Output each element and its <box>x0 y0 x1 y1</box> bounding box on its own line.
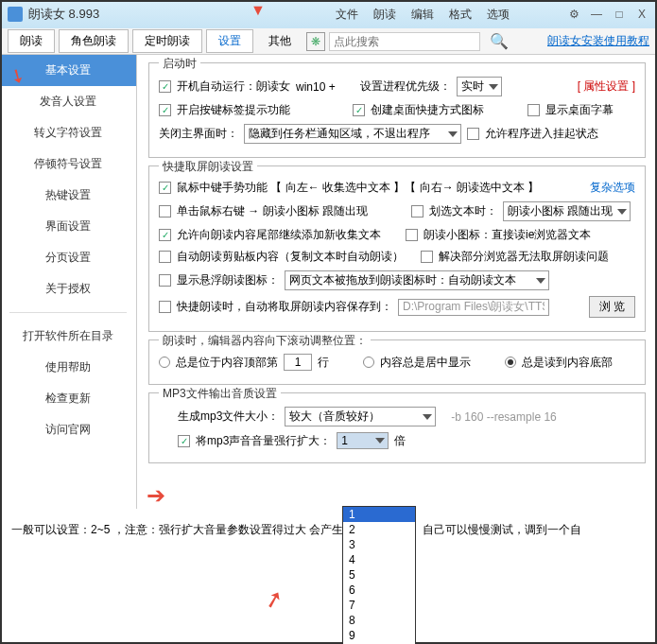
amplify-select[interactable]: 1 <box>337 432 389 449</box>
menu-edit[interactable]: 编辑 <box>406 5 440 25</box>
tab-read[interactable]: 朗读 <box>8 29 55 53</box>
label: 内容总是居中显示 <box>380 355 471 371</box>
sidebar: ➘ 基本设置 发音人设置 转义字符设置 停顿符号设置 热键设置 界面设置 分页设… <box>0 55 137 509</box>
app-title: 朗读女 8.993 <box>28 6 99 23</box>
checkbox-select[interactable] <box>411 205 424 218</box>
sidebar-item-folder[interactable]: 打开软件所在目录 <box>0 321 136 352</box>
option[interactable]: 5 <box>343 567 415 583</box>
checkbox-clipboard[interactable] <box>159 251 171 263</box>
footer-note: 一般可以设置：2~5 ，注意：强行扩大音量参数设置得过大 会产生比较大的噪音。自… <box>8 518 649 542</box>
label: 快捷朗读时，自动将取屏朗读内容保存到： <box>177 299 392 315</box>
label: 开启按键标签提示功能 <box>177 102 290 118</box>
tab-timed-read[interactable]: 定时朗读 <box>132 29 202 53</box>
label: 行 <box>318 355 329 371</box>
sidebar-item-hotkey[interactable]: 热键设置 <box>0 180 136 211</box>
sidebar-item-about[interactable]: 关于授权 <box>0 273 136 305</box>
label: 将mp3声音音量强行扩大： <box>196 433 331 449</box>
arrow-icon: ➔ <box>147 482 165 509</box>
group-title: 朗读时，编辑器内容向下滚动调整位置： <box>159 333 371 349</box>
checkbox-subtitle[interactable] <box>527 104 540 116</box>
browse-button[interactable]: 浏 览 <box>589 296 635 318</box>
attr-link[interactable]: [ 属性设置 ] <box>578 78 635 95</box>
group-title: MP3文件输出音质设置 <box>159 386 281 402</box>
option[interactable]: 8 <box>343 613 415 628</box>
search-icon[interactable]: 🔍 <box>484 32 514 50</box>
priority-select[interactable]: 实时 <box>457 77 502 96</box>
select-text-select[interactable]: 朗读小图标 跟随出现 <box>503 201 631 221</box>
search-input[interactable] <box>329 32 480 51</box>
menu-read[interactable]: 朗读 <box>368 5 402 25</box>
line-input[interactable] <box>284 354 312 371</box>
checkbox-autorun[interactable] <box>159 80 171 93</box>
checkbox-tip[interactable] <box>159 104 171 116</box>
checkbox-browser[interactable] <box>421 251 433 263</box>
minimize-button[interactable]: — <box>589 8 604 21</box>
checkbox-shortcut[interactable] <box>353 104 365 116</box>
tab-other[interactable]: 其他 <box>257 30 303 52</box>
sidebar-item-escape[interactable]: 转义字符设置 <box>0 117 136 148</box>
label: win10 + <box>296 80 336 94</box>
label: 总是读到内容底部 <box>522 355 613 371</box>
scroll-group: 朗读时，编辑器内容向下滚动调整位置： 总是位于内容顶部第 行 内容总是居中显示 … <box>148 339 646 385</box>
checkbox-smallicon[interactable] <box>406 229 418 241</box>
radio-bottom[interactable] <box>505 357 516 368</box>
sidebar-item-pause[interactable]: 停顿符号设置 <box>0 148 136 180</box>
size-select[interactable]: 较大（音质较好） <box>285 407 436 426</box>
sidebar-item-page[interactable]: 分页设置 <box>0 242 136 273</box>
label: 关闭主界面时： <box>159 126 238 142</box>
group-title: 启动时 <box>159 56 200 72</box>
menu-bar: 文件 朗读 编辑 格式 选项 <box>330 5 515 25</box>
checkbox-suspend[interactable] <box>467 128 479 140</box>
radio-center[interactable] <box>363 357 374 368</box>
option[interactable]: 2 <box>343 522 415 537</box>
checkbox-float[interactable] <box>159 274 171 287</box>
amplify-dropdown[interactable]: 1 2 3 4 5 6 7 8 9 10 <box>342 506 416 644</box>
tab-settings[interactable]: 设置 <box>206 29 253 53</box>
label: 设置进程优先级： <box>360 78 451 95</box>
help-link[interactable]: 朗读女安装使用教程 <box>547 33 649 49</box>
checkbox-amplify[interactable] <box>178 435 190 447</box>
window-controls: ⚙ — □ X <box>566 8 649 21</box>
option[interactable]: 9 <box>343 628 415 643</box>
sidebar-item-help[interactable]: 使用帮助 <box>0 352 136 383</box>
title-bar: 朗读女 8.993 ▼ 文件 朗读 编辑 格式 选项 ⚙ — □ X <box>0 0 657 28</box>
complex-link[interactable]: 复杂选项 <box>590 180 635 196</box>
menu-options[interactable]: 选项 <box>481 5 515 25</box>
float-select[interactable]: 网页文本被拖放到朗读图标时：自动朗读文本 <box>285 270 549 290</box>
close-button[interactable]: X <box>634 8 649 21</box>
label: 显示桌面字幕 <box>545 102 614 118</box>
checkbox-gesture[interactable] <box>159 182 171 194</box>
option[interactable]: 7 <box>343 598 415 613</box>
sidebar-item-update[interactable]: 检查更新 <box>0 383 136 414</box>
label: 生成mp3文件大小： <box>178 409 279 425</box>
label: 开机自动运行：朗读女 <box>177 78 290 95</box>
option[interactable]: 6 <box>343 583 415 598</box>
gear-icon[interactable]: ⚙ <box>566 8 581 21</box>
paw-icon[interactable]: ❋ <box>306 32 325 51</box>
sidebar-item-website[interactable]: 访问官网 <box>0 414 136 445</box>
sidebar-item-ui[interactable]: 界面设置 <box>0 211 136 242</box>
label: 创建桌面快捷方式图标 <box>371 102 484 118</box>
label: 单击鼠标右键 → 朗读小图标 跟随出现 <box>177 203 368 219</box>
option[interactable]: 1 <box>343 507 415 522</box>
option[interactable]: 3 <box>343 537 415 552</box>
maximize-button[interactable]: □ <box>612 8 627 21</box>
path-input[interactable] <box>398 299 549 316</box>
label: 总是位于内容顶部第 <box>176 355 278 371</box>
label: 解决部分浏览器无法取屏朗读问题 <box>439 249 609 265</box>
label: 自动朗读剪贴板内容（复制文本时自动朗读） <box>177 249 404 265</box>
close-select[interactable]: 隐藏到任务栏通知区域，不退出程序 <box>244 124 461 144</box>
arrow-icon: ▼ <box>251 2 266 19</box>
menu-file[interactable]: 文件 <box>330 5 364 25</box>
toolbar: 朗读 角色朗读 定时朗读 设置 其他 ❋ 🔍 朗读女安装使用教程 <box>0 28 657 55</box>
menu-format[interactable]: 格式 <box>443 5 477 25</box>
divider <box>9 312 127 313</box>
tab-role-read[interactable]: 角色朗读 <box>59 29 129 53</box>
checkbox-tail[interactable] <box>159 229 171 241</box>
checkbox-rightclick[interactable] <box>159 205 171 218</box>
option[interactable]: 4 <box>343 552 415 567</box>
sidebar-item-voice[interactable]: 发音人设置 <box>0 86 136 117</box>
radio-top[interactable] <box>159 357 170 368</box>
label: 倍 <box>394 433 406 449</box>
checkbox-fastsave[interactable] <box>159 301 171 313</box>
